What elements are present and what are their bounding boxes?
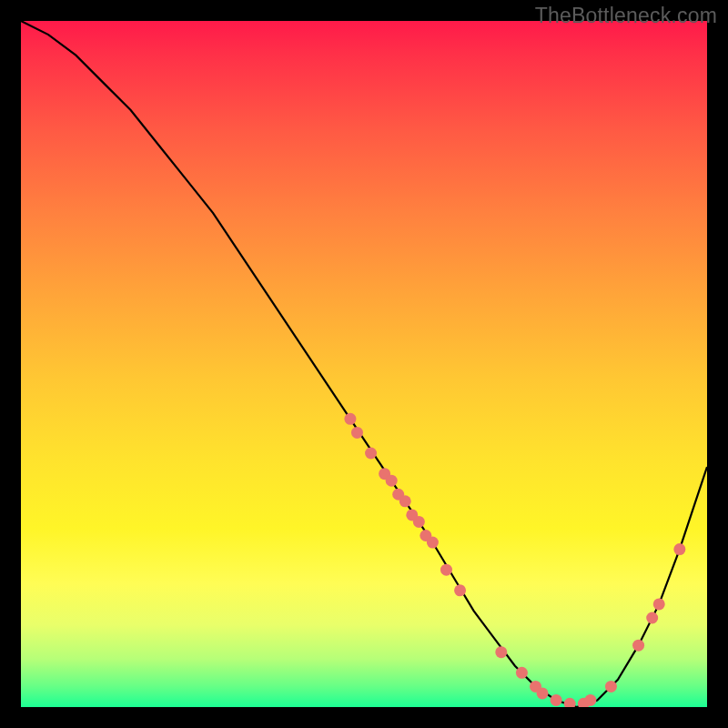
curve-marker	[673, 543, 685, 555]
curve-marker	[537, 687, 549, 699]
curve-marker	[386, 475, 398, 487]
curve-marker	[365, 448, 377, 460]
curve-layer	[21, 21, 707, 707]
chart-container: TheBottleneck.com	[0, 0, 728, 728]
curve-marker	[344, 413, 356, 425]
curve-marker	[653, 598, 665, 610]
curve-marker	[632, 640, 644, 652]
curve-markers	[344, 413, 685, 707]
curve-marker	[605, 681, 617, 693]
curve-marker	[427, 537, 439, 549]
bottleneck-curve	[21, 21, 707, 707]
curve-marker	[454, 584, 466, 596]
watermark-text: TheBottleneck.com	[535, 4, 717, 28]
curve-marker	[413, 516, 425, 528]
curve-marker	[351, 427, 363, 439]
curve-marker	[440, 564, 452, 576]
curve-marker	[564, 698, 576, 707]
curve-marker	[399, 495, 411, 507]
curve-marker	[516, 667, 528, 679]
curve-marker	[551, 694, 562, 706]
curve-marker	[495, 646, 507, 658]
curve-marker	[646, 612, 658, 623]
curve-marker	[584, 694, 596, 706]
